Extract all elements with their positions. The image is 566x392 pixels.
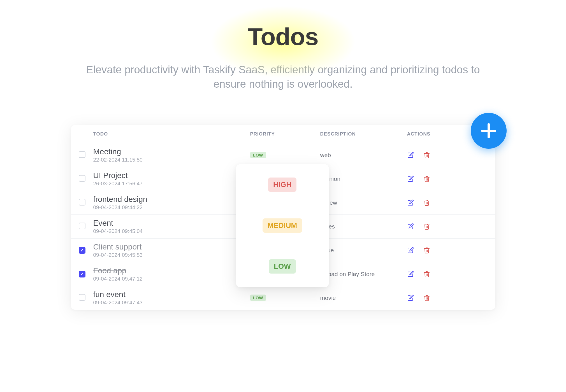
edit-icon [407, 271, 414, 277]
trash-icon [423, 247, 430, 254]
edit-button[interactable] [407, 223, 414, 230]
todo-date: 22-02-2024 11:15:50 [93, 157, 250, 163]
todo-title: Food app [93, 266, 250, 275]
row-checkbox[interactable] [79, 271, 85, 277]
edit-button[interactable] [407, 295, 414, 301]
trash-icon [423, 223, 430, 230]
delete-button[interactable] [423, 199, 430, 206]
todo-date: 26-03-2024 17:56:47 [93, 181, 250, 187]
edit-button[interactable] [407, 176, 414, 182]
table-row: Meeting 22-02-2024 11:15:50 LOW web [71, 143, 495, 167]
page-title: Todos [248, 22, 318, 51]
priority-badge: LOW [250, 295, 266, 301]
edit-icon [407, 295, 414, 301]
trash-icon [423, 176, 430, 182]
priority-option[interactable]: MEDIUM [236, 205, 329, 246]
edit-button[interactable] [407, 152, 414, 158]
th-todo: TODO [93, 131, 250, 137]
priority-option-label: HIGH [268, 178, 296, 192]
todo-title: UI Project [93, 171, 250, 180]
todos-card: TODO PRIORITY DESCRIPTION ACTIONS Meetin… [71, 125, 495, 310]
trash-icon [423, 152, 430, 158]
priority-popover: HIGH MEDIUM LOW [236, 164, 329, 287]
priority-option-label: MEDIUM [263, 218, 302, 233]
delete-button[interactable] [423, 152, 430, 158]
edit-button[interactable] [407, 271, 414, 277]
todo-title: fun event [93, 290, 250, 299]
page-subtitle: Elevate productivity with Taskify SaaS, … [76, 63, 490, 92]
todo-description: web [320, 152, 331, 158]
todo-title: Client support [93, 242, 250, 251]
table-header: TODO PRIORITY DESCRIPTION ACTIONS [71, 125, 495, 143]
priority-option[interactable]: HIGH [236, 164, 329, 205]
delete-button[interactable] [423, 223, 430, 230]
edit-icon [407, 152, 414, 158]
trash-icon [423, 271, 430, 277]
delete-button[interactable] [423, 176, 430, 182]
priority-option-label: LOW [269, 259, 296, 274]
delete-button[interactable] [423, 271, 430, 277]
row-checkbox[interactable] [79, 223, 85, 229]
th-description: DESCRIPTION [320, 131, 407, 137]
todo-description: movie [320, 295, 336, 301]
todo-date: 09-04-2024 09:45:04 [93, 228, 250, 234]
row-checkbox[interactable] [79, 151, 85, 158]
todo-title: Meeting [93, 147, 250, 156]
todo-date: 09-04-2024 09:44:22 [93, 204, 250, 211]
edit-icon [407, 223, 414, 230]
row-checkbox[interactable] [79, 247, 85, 254]
todo-date: 09-04-2024 09:45:53 [93, 252, 250, 258]
delete-button[interactable] [423, 295, 430, 301]
th-priority: PRIORITY [250, 131, 320, 137]
plus-icon [481, 123, 496, 138]
edit-icon [407, 247, 414, 254]
edit-button[interactable] [407, 247, 414, 254]
row-checkbox[interactable] [79, 199, 85, 206]
row-checkbox[interactable] [79, 175, 85, 182]
table-row: fun event 09-04-2024 09:47:43 LOW movie [71, 286, 495, 310]
row-checkbox[interactable] [79, 294, 85, 301]
priority-option[interactable]: LOW [236, 246, 329, 287]
edit-button[interactable] [407, 199, 414, 206]
todo-date: 09-04-2024 09:47:12 [93, 276, 250, 282]
priority-badge: LOW [250, 152, 266, 158]
trash-icon [423, 295, 430, 301]
edit-icon [407, 176, 414, 182]
todo-title: frontend design [93, 195, 250, 204]
todo-title: Event [93, 219, 250, 228]
edit-icon [407, 199, 414, 206]
add-todo-button[interactable] [471, 113, 507, 149]
delete-button[interactable] [423, 247, 430, 254]
trash-icon [423, 199, 430, 206]
th-actions: ACTIONS [407, 131, 458, 137]
todo-date: 09-04-2024 09:47:43 [93, 300, 250, 306]
